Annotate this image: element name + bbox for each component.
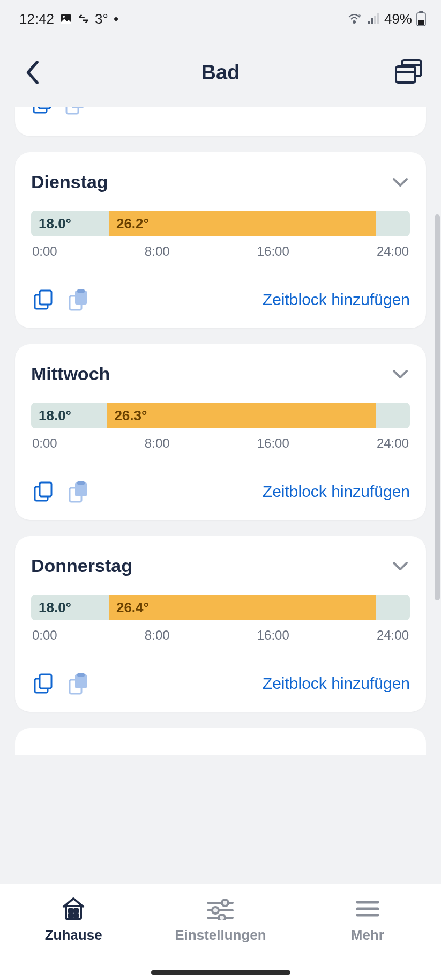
nav-more-label: Mehr bbox=[351, 927, 384, 944]
add-timeblock-link[interactable]: Zeitblock hinzufügen bbox=[263, 482, 410, 501]
timeline[interactable]: 18.0°26.4° bbox=[31, 595, 410, 620]
status-temp: 3° bbox=[95, 11, 108, 27]
bottom-nav: Zuhause Einstellungen Mehr bbox=[0, 884, 441, 980]
nav-home-label: Zuhause bbox=[45, 927, 102, 944]
time-label: 24:00 bbox=[377, 436, 409, 451]
time-label: 8:00 bbox=[145, 628, 170, 643]
copy-icon[interactable] bbox=[31, 479, 56, 504]
add-timeblock-link[interactable]: Zeitblock hinzufügen bbox=[263, 291, 410, 309]
add-timeblock-link[interactable]: Zeitblock hinzufügen bbox=[263, 674, 410, 693]
segment-temp: 26.4° bbox=[116, 599, 149, 616]
back-button[interactable] bbox=[18, 57, 48, 87]
footer-icons bbox=[31, 671, 90, 696]
footer-icons bbox=[31, 287, 90, 312]
day-card-footer: Zeitblock hinzufügen bbox=[31, 479, 410, 504]
time-label: 24:00 bbox=[377, 628, 409, 643]
copy-icon[interactable] bbox=[31, 671, 56, 696]
day-name: Dienstag bbox=[31, 172, 108, 192]
day-card-footer: Zeitblock hinzufügen bbox=[31, 287, 410, 312]
timeline-segment[interactable]: 26.3° bbox=[107, 403, 376, 428]
page-title: Bad bbox=[201, 61, 240, 84]
signal-icon bbox=[367, 13, 380, 25]
svg-rect-15 bbox=[39, 107, 50, 108]
time-label: 8:00 bbox=[145, 436, 170, 451]
svg-rect-7 bbox=[377, 13, 379, 24]
paste-icon[interactable] bbox=[65, 287, 90, 312]
svg-point-39 bbox=[212, 907, 219, 914]
svg-rect-5 bbox=[371, 18, 373, 24]
timeline-segment[interactable] bbox=[376, 403, 410, 428]
timeline-segment[interactable] bbox=[376, 211, 410, 236]
day-card-header[interactable]: Mittwoch bbox=[31, 363, 410, 384]
nav-settings[interactable]: Einstellungen bbox=[147, 894, 294, 980]
timeline-segment[interactable]: 18.0° bbox=[31, 211, 109, 236]
footer-icons bbox=[31, 479, 90, 504]
timeline-segment[interactable]: 26.4° bbox=[109, 595, 376, 620]
day-card: Dienstag18.0°26.2°0:008:0016:0024:00Zeit… bbox=[15, 152, 426, 328]
divider bbox=[31, 466, 410, 466]
svg-rect-33 bbox=[74, 909, 78, 912]
time-label: 0:00 bbox=[32, 436, 57, 451]
segment-temp: 18.0° bbox=[39, 216, 71, 232]
nav-settings-label: Einstellungen bbox=[175, 927, 266, 944]
time-label: 0:00 bbox=[32, 628, 57, 643]
calendar-button[interactable] bbox=[393, 56, 425, 88]
status-battery-text: 49% bbox=[384, 11, 412, 27]
status-time: 12:42 bbox=[19, 11, 54, 27]
paste-icon[interactable] bbox=[65, 479, 90, 504]
nav-more[interactable]: Mehr bbox=[294, 894, 441, 980]
time-label: 24:00 bbox=[377, 244, 409, 259]
chevron-down-icon[interactable] bbox=[391, 556, 410, 576]
sync-icon bbox=[78, 13, 89, 25]
timeline[interactable]: 18.0°26.3° bbox=[31, 403, 410, 428]
time-label: 16:00 bbox=[257, 628, 289, 643]
menu-icon bbox=[353, 894, 383, 924]
svg-rect-29 bbox=[77, 673, 85, 677]
status-right: 6 49% bbox=[348, 11, 426, 27]
paste-icon[interactable] bbox=[65, 671, 90, 696]
timeline[interactable]: 18.0°26.2° bbox=[31, 211, 410, 236]
day-card-footer: Zeitblock hinzufügen bbox=[31, 671, 410, 696]
day-card-partial-top bbox=[15, 107, 426, 136]
day-card-partial-bottom bbox=[15, 728, 426, 755]
timeline-segment[interactable] bbox=[376, 595, 410, 620]
day-name: Mittwoch bbox=[31, 363, 110, 384]
nav-home[interactable]: Zuhause bbox=[0, 894, 147, 980]
image-icon bbox=[59, 12, 72, 25]
time-labels: 0:008:0016:0024:00 bbox=[31, 628, 410, 643]
scrollbar[interactable] bbox=[435, 214, 440, 600]
svg-rect-19 bbox=[40, 291, 51, 305]
svg-rect-27 bbox=[40, 674, 51, 688]
home-icon bbox=[58, 894, 88, 924]
day-card-header[interactable]: Dienstag bbox=[31, 172, 410, 192]
svg-rect-35 bbox=[74, 914, 78, 917]
battery-icon bbox=[416, 11, 426, 26]
chevron-down-icon[interactable] bbox=[391, 173, 410, 192]
timeline-segment[interactable]: 26.2° bbox=[109, 211, 376, 236]
chevron-down-icon[interactable] bbox=[391, 365, 410, 384]
copy-icon[interactable] bbox=[31, 287, 56, 312]
schedule-list[interactable]: Dienstag18.0°26.2°0:008:0016:0024:00Zeit… bbox=[0, 107, 441, 884]
paste-icon[interactable] bbox=[63, 107, 86, 117]
copy-icon[interactable] bbox=[31, 107, 54, 117]
wifi-icon: 6 bbox=[348, 13, 363, 25]
svg-text:6: 6 bbox=[358, 13, 361, 18]
svg-rect-10 bbox=[418, 20, 424, 25]
timeline-segment[interactable]: 18.0° bbox=[31, 403, 107, 428]
segment-temp: 26.3° bbox=[114, 407, 147, 424]
time-labels: 0:008:0016:0024:00 bbox=[31, 244, 410, 259]
status-left: 12:42 3° • bbox=[19, 11, 118, 27]
day-name: Donnerstag bbox=[31, 555, 132, 576]
time-label: 16:00 bbox=[257, 244, 289, 259]
time-label: 8:00 bbox=[145, 244, 170, 259]
time-label: 16:00 bbox=[257, 436, 289, 451]
segment-temp: 18.0° bbox=[39, 407, 71, 424]
sliders-icon bbox=[205, 894, 235, 924]
timeline-segment[interactable]: 18.0° bbox=[31, 595, 109, 620]
svg-point-41 bbox=[219, 915, 225, 920]
home-indicator[interactable] bbox=[151, 970, 290, 975]
status-dot: • bbox=[114, 11, 118, 27]
day-card-header[interactable]: Donnerstag bbox=[31, 555, 410, 576]
svg-rect-4 bbox=[368, 21, 370, 24]
svg-rect-6 bbox=[374, 16, 376, 24]
